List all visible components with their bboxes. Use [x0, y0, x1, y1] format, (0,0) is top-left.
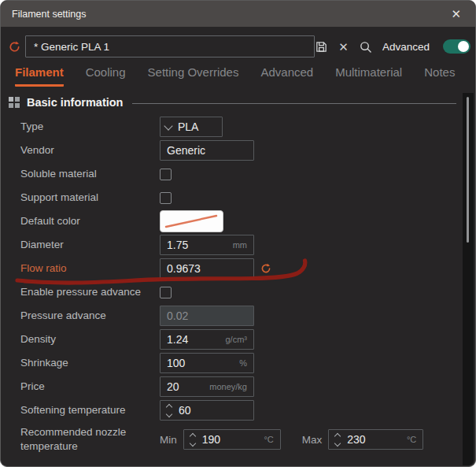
spinner-arrows-icon[interactable]: [190, 432, 195, 447]
color-swatch[interactable]: [160, 210, 223, 232]
clear-icon[interactable]: ✕: [337, 40, 350, 54]
type-value: PLA: [178, 120, 216, 133]
soluble-label: Soluble material: [1, 167, 160, 181]
softening-input[interactable]: [179, 404, 247, 417]
flow-ratio-label: Flow ratio: [1, 261, 160, 276]
max-label: Max: [302, 434, 323, 446]
density-unit: g/cm³: [226, 335, 248, 344]
section-title: Basic information: [27, 96, 123, 109]
price-input[interactable]: [167, 380, 206, 393]
advanced-label: Advanced: [382, 41, 430, 53]
tab-notes[interactable]: Notes: [424, 65, 455, 87]
price-label: Price: [1, 380, 160, 394]
vendor-label: Vendor: [1, 143, 160, 158]
tab-multimaterial[interactable]: Multimaterial: [335, 65, 402, 87]
vertical-scrollbar[interactable]: [463, 93, 474, 465]
diameter-input[interactable]: [167, 239, 230, 251]
spinner-arrows-icon[interactable]: [335, 432, 340, 447]
preset-name-input[interactable]: [25, 35, 315, 57]
enable-pa-label: Enable pressure advance: [1, 285, 160, 299]
filament-settings-dialog: Filament settings ✕ ✕ Advanced Filament …: [0, 0, 476, 467]
vendor-input[interactable]: [167, 144, 247, 157]
tab-advanced[interactable]: Advanced: [260, 65, 313, 87]
row-nozzle-temperature: Recommended nozzle temperature Min °C Ma…: [1, 422, 475, 457]
type-dropdown[interactable]: PLA: [160, 117, 223, 137]
row-density: Density g/cm³: [1, 328, 475, 351]
density-label: Density: [1, 332, 160, 347]
row-softening-temperature: Softening temperature: [1, 398, 475, 422]
pressure-advance-input: [167, 309, 247, 322]
window-title: Filament settings: [12, 9, 86, 20]
diameter-unit: mm: [233, 240, 247, 250]
softening-label: Softening temperature: [1, 403, 160, 417]
support-checkbox[interactable]: [160, 192, 172, 204]
settings-panel: Basic information Type PLA Vendor Solubl…: [1, 87, 475, 457]
row-shrinkage: Shrinkage %: [1, 351, 475, 375]
enable-pa-checkbox[interactable]: [160, 287, 172, 298]
density-input[interactable]: [167, 333, 223, 346]
section-basic-information: Basic information: [9, 95, 475, 110]
soluble-checkbox[interactable]: [160, 169, 172, 180]
reset-all-icon[interactable]: [7, 39, 22, 54]
preset-row: ✕ Advanced: [1, 27, 475, 57]
nozzle-max-stepper[interactable]: °C: [328, 429, 423, 450]
row-type: Type PLA: [1, 115, 475, 139]
toggle-knob: [458, 41, 469, 52]
nozzle-min-unit: °C: [264, 435, 273, 444]
row-enable-pressure-advance: Enable pressure advance: [1, 280, 475, 304]
flow-ratio-input[interactable]: [167, 262, 247, 275]
shrinkage-input[interactable]: [167, 357, 236, 369]
close-icon[interactable]: ✕: [448, 6, 464, 21]
min-label: Min: [160, 434, 177, 446]
diameter-label: Diameter: [1, 238, 160, 252]
chevron-down-icon: [164, 121, 172, 130]
tab-bar: Filament Cooling Setting Overrides Advan…: [1, 57, 475, 87]
flow-ratio-reset-icon[interactable]: [260, 262, 272, 275]
row-price: Price money/kg: [1, 375, 475, 398]
advanced-toggle[interactable]: [443, 39, 470, 54]
tab-filament[interactable]: Filament: [15, 65, 64, 87]
row-flow-ratio: Flow ratio: [1, 257, 475, 280]
shrinkage-unit: %: [239, 358, 247, 368]
default-color-label: Default color: [1, 214, 160, 228]
row-vendor: Vendor: [1, 139, 475, 162]
nozzle-min-stepper[interactable]: °C: [183, 429, 281, 450]
price-unit: money/kg: [209, 382, 247, 391]
nozzle-max-unit: °C: [407, 435, 416, 444]
row-support-material: Support material: [1, 186, 475, 209]
section-divider: [132, 103, 456, 104]
tab-cooling[interactable]: Cooling: [86, 65, 126, 87]
pressure-advance-label: Pressure advance: [1, 309, 160, 323]
type-label: Type: [1, 120, 160, 134]
nozzle-max-input[interactable]: [347, 433, 404, 446]
support-label: Support material: [1, 191, 160, 205]
nozzle-temp-label: Recommended nozzle temperature: [1, 425, 160, 453]
row-soluble-material: Soluble material: [1, 162, 475, 186]
row-pressure-advance: Pressure advance: [1, 304, 475, 328]
tab-setting-overrides[interactable]: Setting Overrides: [148, 65, 239, 87]
spinner-arrows-icon[interactable]: [167, 403, 172, 418]
preset-actions: ✕ Advanced: [315, 39, 470, 54]
nozzle-min-input[interactable]: [202, 433, 261, 446]
scrollbar-thumb[interactable]: [467, 97, 469, 243]
grid-icon: [9, 97, 20, 108]
softening-stepper[interactable]: [160, 400, 254, 421]
shrinkage-label: Shrinkage: [1, 356, 160, 370]
row-default-color: Default color: [1, 209, 475, 233]
search-icon[interactable]: [359, 40, 372, 54]
row-diameter: Diameter mm: [1, 233, 475, 257]
save-icon[interactable]: [315, 40, 328, 54]
titlebar: Filament settings ✕: [1, 1, 475, 27]
